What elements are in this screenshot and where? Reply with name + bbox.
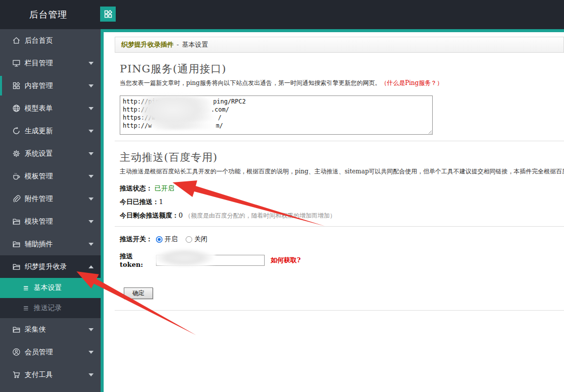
- chevron-down-icon: [89, 198, 94, 201]
- sidebar-item-content[interactable]: 内容管理: [0, 74, 101, 97]
- chevron-down-icon: [89, 243, 94, 246]
- plugin-name: 织梦提升收录插件: [121, 41, 174, 48]
- ping-section: PING服务(通用接口) 当您发表一篇新文章时，ping服务将向以下站点发出通告…: [104, 62, 564, 135]
- chevron-down-icon: [89, 84, 94, 87]
- page-title: 基本设置: [182, 41, 208, 48]
- sidebar-item-templates[interactable]: 模板管理: [0, 165, 101, 187]
- token-row: 推送token: 如何获取?: [120, 252, 564, 268]
- push-switch-row: 推送开关： 开启 关闭: [120, 235, 564, 244]
- sidebar-item-members[interactable]: 会员管理: [0, 341, 101, 363]
- chevron-up-icon: [89, 265, 94, 268]
- quota-note: （额度是由百度分配的，随着时间和权重的增加而增加）: [185, 212, 336, 219]
- home-icon: [12, 36, 21, 45]
- paperclip-icon: [12, 194, 21, 203]
- sidebar-subitem-basic-settings[interactable]: 基本设置: [0, 278, 101, 298]
- ping-url-line: https://w/: [123, 114, 430, 122]
- chevron-down-icon: [89, 62, 94, 65]
- chevron-down-icon: [89, 328, 94, 331]
- chevron-down-icon: [89, 220, 94, 223]
- chevron-down-icon: [89, 107, 94, 110]
- sidebar-item-generate[interactable]: 生成更新: [0, 120, 101, 142]
- main-content: 织梦提升收录插件-基本设置 PING服务(通用接口) 当您发表一篇新文章时，pi…: [101, 29, 564, 392]
- censored-text: [163, 99, 213, 105]
- ping-section-desc: 当您发表一篇新文章时，ping服务将向以下站点发出通告，第一时间通知搜索引擎更新…: [120, 79, 564, 87]
- cart-icon: [12, 370, 21, 379]
- token-input[interactable]: [156, 255, 265, 266]
- how-to-get-token-link[interactable]: 如何获取?: [271, 256, 301, 265]
- refresh-icon: [12, 127, 21, 135]
- ping-section-title: PING服务(通用接口): [120, 62, 564, 76]
- chevron-down-icon: [89, 373, 94, 376]
- quota-line: 今日剩余推送额度：0（额度是由百度分配的，随着时间和权重的增加而增加）: [120, 211, 564, 220]
- radio-on[interactable]: 开启: [156, 235, 178, 244]
- sidebar-item-attachments[interactable]: 附件管理: [0, 187, 101, 210]
- app-title: 后台管理: [29, 0, 67, 29]
- monitor-icon: [12, 59, 21, 67]
- ping-url-line: http://pingping/RPC2: [123, 97, 430, 106]
- what-is-ping-link[interactable]: （什么是Ping服务？）: [381, 79, 443, 86]
- cup-icon: [12, 172, 21, 180]
- pushed-today-value: 1: [159, 198, 163, 206]
- sidebar-item-home[interactable]: 后台首页: [0, 29, 101, 52]
- textarea-resize-handle[interactable]: [427, 129, 432, 134]
- ping-url-line: http://rpc.com/: [123, 106, 430, 114]
- sidebar-item-caijixia[interactable]: 采集侠: [0, 318, 101, 341]
- bottom-divider: [115, 310, 564, 311]
- globe-icon: [12, 104, 21, 113]
- confirm-button[interactable]: 确定: [124, 287, 153, 299]
- sidebar-item-columns[interactable]: 栏目管理: [0, 52, 101, 74]
- modules-grid-button[interactable]: [100, 7, 116, 22]
- push-section-title: 主动推送(百度专用): [120, 150, 564, 164]
- sidebar-subitem-push-records[interactable]: 推送记录: [0, 298, 101, 318]
- sidebar-item-system[interactable]: 系统设置: [0, 142, 101, 165]
- sidebar-item-model-forms[interactable]: 模型表单: [0, 97, 101, 120]
- ping-url-line: http://wm/: [123, 122, 430, 130]
- content-header-bar: 织梦提升收录插件-基本设置: [115, 37, 564, 53]
- sidebar-item-modules[interactable]: 模块管理: [0, 210, 101, 233]
- chevron-down-icon: [89, 152, 94, 155]
- folder-icon: [12, 262, 21, 271]
- radio-selected-icon: [156, 236, 163, 243]
- folder-icon: [12, 217, 21, 226]
- push-state-line: 推送状态： 已开启: [120, 184, 564, 193]
- folder-icon: [12, 240, 21, 248]
- topbar: 后台管理: [0, 0, 564, 29]
- radio-off[interactable]: 关闭: [186, 235, 207, 244]
- push-section-desc: 主动推送是根据百度站长工具开发的一个功能，根据百度的说明，ping、主动推送、s…: [120, 167, 564, 176]
- admin-backend-page: { "topbar": { "title": "后台管理", "app_icon…: [0, 0, 564, 392]
- censored-text: [159, 107, 211, 113]
- user-icon: [12, 348, 21, 356]
- censored-text: [155, 115, 218, 121]
- push-state-value: 已开启: [154, 184, 174, 192]
- folder-icon: [12, 325, 21, 334]
- pushed-today-line: 今日已推送：1: [120, 198, 564, 207]
- censored-text: [152, 123, 216, 129]
- chevron-down-icon: [89, 351, 94, 354]
- ping-urls-textarea[interactable]: http://pingping/RPC2 http://rpc.com/ htt…: [120, 95, 433, 135]
- radio-unselected-icon: [186, 236, 192, 243]
- list-icon: [22, 305, 30, 312]
- header-separator: -: [177, 41, 179, 48]
- gear-icon: [12, 149, 21, 158]
- sidebar-item-aux-plugins[interactable]: 辅助插件: [0, 233, 101, 255]
- grid-icon: [12, 81, 21, 90]
- quota-value: 0: [179, 212, 183, 219]
- sidebar-item-payment[interactable]: 支付工具: [0, 363, 101, 386]
- sidebar-item-dedecms-indexing[interactable]: 织梦提升收录: [0, 255, 101, 278]
- form-divider: [115, 226, 564, 227]
- push-section: 主动推送(百度专用) 主动推送是根据百度站长工具开发的一个功能，根据百度的说明，…: [104, 150, 564, 311]
- section-divider: [115, 141, 564, 141]
- chevron-down-icon: [89, 175, 94, 178]
- list-icon: [22, 284, 30, 292]
- sidebar: 后台首页 栏目管理 内容管理 模型表单 生成更新 系统设置: [0, 29, 101, 392]
- modules-grid-icon: [104, 10, 113, 19]
- chevron-down-icon: [89, 130, 94, 133]
